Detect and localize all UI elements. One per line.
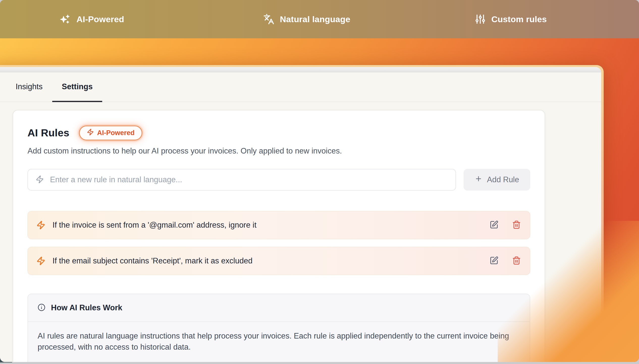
desktop-wallpaper: Insights Settings AI Rules: [0, 38, 639, 362]
app-window-frame: Insights Settings AI Rules: [0, 65, 604, 362]
lightning-icon: [36, 256, 45, 265]
feature-ai-powered: AI-Powered: [60, 0, 124, 38]
feature-bar: AI-Powered Natural language: [0, 0, 639, 38]
ai-rules-card: AI Rules AI-Powered Add custom inst: [13, 110, 545, 362]
edit-rule-button[interactable]: [490, 220, 498, 230]
rule-text: If the invoice is sent from a '@gmail.co…: [52, 221, 483, 230]
rule-text: If the email subject contains 'Receipt',…: [52, 256, 483, 265]
new-rule-input[interactable]: [50, 175, 448, 184]
translate-icon: [263, 14, 274, 25]
lightning-icon: [36, 175, 44, 185]
feature-label: AI-Powered: [76, 14, 124, 24]
rule-actions: [490, 256, 521, 266]
rule-row: If the invoice is sent from a '@gmail.co…: [28, 211, 530, 239]
trash-icon: [512, 220, 521, 230]
info-icon: [38, 304, 45, 312]
lightning-icon: [36, 221, 45, 230]
delete-rule-button[interactable]: [512, 256, 521, 266]
info-box-title: How AI Rules Work: [51, 303, 122, 312]
feature-label: Custom rules: [491, 14, 547, 24]
page-title: AI Rules: [28, 127, 69, 139]
edit-icon: [490, 256, 498, 266]
edit-rule-button[interactable]: [490, 256, 498, 266]
feature-custom-rules: Custom rules: [475, 0, 547, 38]
app-window: Insights Settings AI Rules: [0, 67, 601, 362]
ai-powered-badge: AI-Powered: [79, 126, 143, 140]
new-rule-row: Add Rule: [28, 169, 530, 191]
info-box-body: AI rules are natural language instructio…: [28, 322, 530, 362]
delete-rule-button[interactable]: [512, 220, 521, 230]
sparkles-icon: [60, 14, 71, 25]
feature-label: Natural language: [280, 14, 350, 24]
lightning-icon: [87, 129, 94, 137]
sliders-icon: [475, 14, 486, 25]
add-rule-button[interactable]: Add Rule: [464, 169, 530, 191]
screenshot-stage: AI-Powered Natural language: [0, 0, 639, 364]
new-rule-input-wrap: [28, 169, 456, 191]
badge-label: AI-Powered: [97, 129, 135, 137]
trash-icon: [512, 256, 521, 266]
screen: AI-Powered Natural language: [0, 0, 639, 362]
rules-list: If the invoice is sent from a '@gmail.co…: [28, 211, 530, 275]
plus-icon: [475, 175, 482, 185]
add-rule-label: Add Rule: [487, 175, 519, 184]
tab-settings[interactable]: Settings: [52, 72, 102, 102]
tab-insights[interactable]: Insights: [6, 72, 52, 102]
info-box-header: How AI Rules Work: [28, 294, 530, 322]
rule-actions: [490, 220, 521, 230]
edit-icon: [490, 220, 498, 230]
feature-natural-language: Natural language: [263, 0, 350, 38]
rule-row: If the email subject contains 'Receipt',…: [28, 247, 530, 275]
ai-rules-header: AI Rules AI-Powered: [28, 126, 530, 140]
tab-bar: Insights Settings: [0, 72, 601, 102]
how-ai-rules-work-box: How AI Rules Work AI rules are natural l…: [28, 294, 530, 362]
window-top-edge: [0, 67, 601, 72]
ai-rules-description: Add custom instructions to help our AI p…: [28, 146, 530, 156]
